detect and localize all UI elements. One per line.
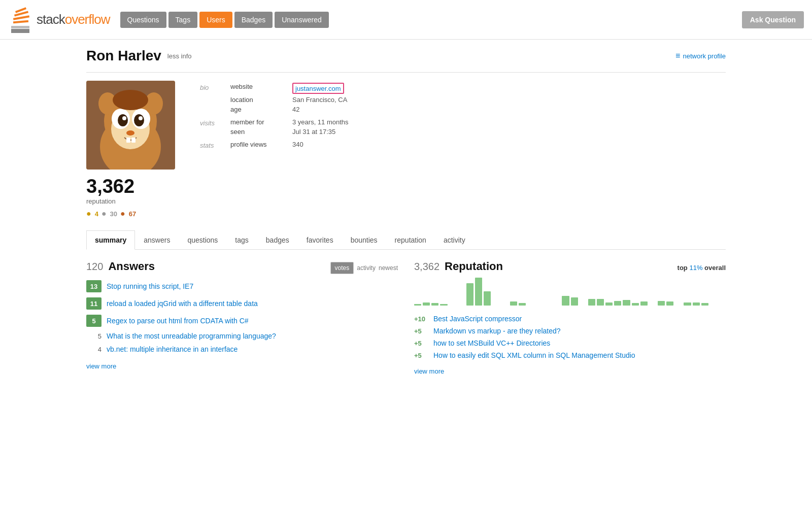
answer-score-2: 5 [86, 315, 101, 327]
svg-point-12 [118, 114, 128, 126]
reputation-column: 3,362 Reputation top 11% overall +10 Bes… [414, 260, 726, 375]
tab-questions[interactable]: questions [179, 230, 226, 249]
rep-chart-bar [510, 301, 517, 306]
stats-label: stats [200, 141, 230, 149]
member-for-key: member for [230, 118, 286, 126]
answer-score-4: 4 [86, 346, 101, 353]
rep-item: +10 Best JavaScript compressor [414, 315, 726, 323]
rep-chart-bar [414, 304, 421, 306]
rep-change-1: +5 [414, 327, 428, 335]
rep-chart-bar [466, 283, 473, 306]
logo-area: stackoverflow [8, 7, 110, 33]
profile-views-value: 340 [292, 141, 303, 148]
ask-question-button[interactable]: Ask Question [742, 11, 804, 28]
rep-chart-bar [440, 304, 447, 306]
rep-link-0[interactable]: Best JavaScript compressor [433, 315, 522, 323]
tab-activity[interactable]: activity [435, 230, 474, 249]
nav-questions[interactable]: Questions [120, 12, 166, 28]
svg-point-20 [145, 92, 163, 115]
nav-users[interactable]: Users [199, 12, 232, 28]
network-profile-label: network profile [683, 52, 726, 60]
visits-label: visits [200, 118, 230, 136]
profile-info: bio website justanswer.com location San … [200, 81, 726, 218]
answers-view-more-link[interactable]: view more [86, 362, 116, 370]
rep-chart-bar [519, 303, 526, 306]
visits-section: visits member for 3 years, 11 months see… [200, 118, 726, 136]
website-link[interactable]: justanswer.com [295, 85, 341, 92]
website-key: website [230, 83, 286, 94]
rep-chart-bar [571, 297, 578, 306]
rep-chart-bar [658, 301, 665, 306]
tab-tags[interactable]: tags [226, 230, 257, 249]
answers-title: Answers [108, 260, 155, 273]
rep-chart-bar [484, 291, 491, 306]
network-profile-link[interactable]: ≡ network profile [675, 51, 726, 60]
nav-tags[interactable]: Tags [168, 12, 198, 28]
svg-point-15 [139, 116, 143, 120]
rep-item: +5 Markdown vs markup - are they related… [414, 327, 726, 335]
age-row: age 42 [230, 106, 347, 113]
rep-link-2[interactable]: how to set MSBuild VC++ Directories [433, 339, 550, 347]
nav-unanswered[interactable]: Unanswered [275, 12, 329, 28]
svg-rect-1 [11, 29, 29, 33]
answer-title-3[interactable]: What is the most unreadable programming … [107, 332, 276, 340]
main-columns: 120 Answers votes activity newest 13 Sto… [86, 260, 726, 375]
rep-chart-bar [605, 302, 613, 306]
nav-badges[interactable]: Badges [234, 12, 273, 28]
rep-link-3[interactable]: How to easily edit SQL XML column in SQL… [433, 351, 635, 359]
rep-chart-bar [693, 302, 700, 306]
rep-change-2: +5 [414, 340, 428, 347]
rep-title: Reputation [445, 260, 503, 273]
answer-score-3: 5 [86, 332, 101, 340]
rep-chart-bar [640, 301, 648, 306]
tab-summary[interactable]: summary [86, 230, 135, 250]
svg-rect-0 [11, 26, 29, 28]
tab-reputation[interactable]: reputation [386, 230, 435, 249]
member-for-value: 3 years, 11 months [292, 118, 349, 126]
website-row: website justanswer.com [230, 83, 347, 94]
age-value: 42 [292, 106, 299, 113]
answer-title-2[interactable]: Regex to parse out html from CDATA with … [107, 317, 249, 325]
answer-title-1[interactable]: reload a loaded jqGrid with a different … [107, 299, 258, 308]
profile-body: 3,362 reputation ● 4 ● 30 ● 67 bio websi… [86, 81, 726, 218]
sort-votes-button[interactable]: votes [330, 262, 354, 274]
sort-activity-link[interactable]: activity [357, 264, 376, 272]
answer-title-4[interactable]: vb.net: multiple inheritance in an inter… [107, 345, 238, 353]
answers-column: 120 Answers votes activity newest 13 Sto… [86, 260, 398, 375]
profile-views-key: profile views [230, 141, 286, 148]
tabs: summary answers questions tags badges fa… [86, 230, 726, 249]
website-box: justanswer.com [292, 83, 344, 94]
rep-chart-bar [431, 303, 438, 306]
member-for-row: member for 3 years, 11 months [230, 118, 349, 126]
silver-badge-dot: ● [101, 209, 107, 218]
svg-rect-2 [13, 20, 28, 23]
rep-link-1[interactable]: Markdown vs markup - are they related? [433, 327, 561, 335]
site-header: stackoverflow Questions Tags Users Badge… [0, 0, 812, 40]
answer-score-0: 13 [86, 280, 101, 292]
rep-view-more-link[interactable]: view more [414, 367, 444, 375]
bio-fields: website justanswer.com location San Fran… [230, 83, 347, 113]
bronze-badge-count: 67 [129, 210, 136, 218]
answer-score-1: 11 [86, 297, 101, 310]
answer-title-0[interactable]: Stop running this script, IE7 [107, 282, 193, 290]
sort-newest-link[interactable]: newest [379, 264, 398, 272]
less-info-link[interactable]: less info [167, 52, 192, 60]
answers-sort: votes activity newest [330, 262, 398, 274]
tab-answers[interactable]: answers [135, 230, 179, 249]
top-percent-value: 11% [689, 264, 702, 272]
profile-views-row: profile views 340 [230, 141, 303, 148]
rep-change-3: +5 [414, 352, 428, 359]
answers-count: 120 [86, 261, 103, 273]
seen-key: seen [230, 128, 286, 136]
rep-chart-bar [475, 278, 482, 306]
rep-chart-bar [423, 302, 430, 306]
reputation-label: reputation [86, 197, 116, 205]
rep-item: +5 how to set MSBuild VC++ Directories [414, 339, 726, 347]
answer-item: 13 Stop running this script, IE7 [86, 280, 398, 292]
tab-bounties[interactable]: bounties [342, 230, 386, 249]
location-value: San Francisco, CA [292, 96, 347, 104]
tab-favorites[interactable]: favorites [298, 230, 342, 249]
tab-badges[interactable]: badges [257, 230, 298, 249]
gold-badge-count: 4 [95, 210, 98, 218]
location-key: location [230, 96, 286, 104]
